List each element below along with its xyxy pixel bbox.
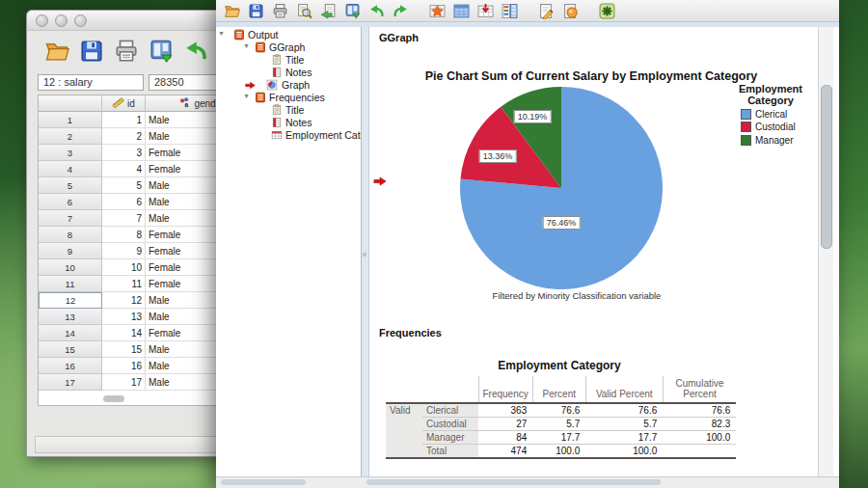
id-cell[interactable]: 13	[102, 309, 146, 325]
row-number-cell[interactable]: 17	[39, 374, 102, 391]
horizontal-scrollbar-thumb[interactable]	[103, 395, 124, 402]
id-cell[interactable]: 9	[102, 243, 146, 259]
undo-icon[interactable]	[367, 2, 385, 19]
outline-item-frequencies[interactable]: ▼Frequencies	[216, 92, 361, 104]
disclosure-triangle-icon[interactable]: ▼	[218, 30, 225, 37]
grid-corner-cell[interactable]	[39, 95, 102, 112]
id-cell[interactable]: 7	[102, 210, 146, 227]
variables-icon[interactable]	[501, 2, 518, 19]
column-header-id[interactable]: id	[102, 95, 146, 112]
table-header-row: Frequency Percent Valid Percent Cumulati…	[386, 376, 736, 403]
table-cell: 84	[478, 431, 532, 445]
row-number-cell[interactable]: 11	[39, 276, 102, 292]
legend-entry: Custodial	[724, 122, 817, 132]
outline-item-output[interactable]: ▼Output	[216, 29, 361, 41]
id-cell[interactable]: 10	[102, 259, 146, 276]
undo-icon[interactable]	[182, 39, 208, 65]
outline-item-title[interactable]: Title	[216, 104, 361, 117]
table-cell: 5.7	[585, 418, 663, 431]
svg-text:a: a	[185, 100, 189, 107]
scale-measure-icon	[112, 96, 124, 111]
table-row: Total474100.0100.0	[386, 445, 736, 459]
id-cell[interactable]: 2	[102, 128, 146, 145]
outline-pane: ▼Output▼GGraphTitleNotesGraph▼Frequencie…	[216, 27, 362, 477]
open-icon[interactable]	[223, 2, 240, 19]
id-cell[interactable]: 11	[102, 276, 146, 292]
recall-dialogs-icon[interactable]	[343, 2, 361, 19]
row-number-cell[interactable]: 8	[39, 227, 102, 243]
row-number-cell[interactable]: 12	[39, 292, 102, 309]
redo-icon[interactable]	[392, 2, 409, 19]
row-number-cell[interactable]: 9	[39, 243, 102, 259]
id-cell[interactable]: 14	[102, 325, 146, 341]
id-cell[interactable]: 6	[102, 194, 146, 210]
row-number-cell[interactable]: 7	[39, 210, 102, 227]
chart-caption: Filtered by Minority Classification vari…	[413, 290, 741, 301]
stub-header	[386, 376, 422, 403]
row-number-cell[interactable]: 10	[39, 259, 102, 276]
print-preview-icon[interactable]	[295, 2, 312, 19]
disclosure-triangle-icon[interactable]: ▼	[243, 93, 250, 99]
output-pane: GGraph Pie Chart Sum of Current Salary b…	[369, 27, 818, 477]
outline-item-title[interactable]: Title	[216, 54, 361, 67]
select-last-output-icon[interactable]	[452, 2, 470, 19]
chart-title: Pie Chart Sum of Current Salary by Emplo…	[398, 69, 784, 83]
selection-arrow-icon	[373, 175, 389, 187]
vertical-scrollbar-thumb[interactable]	[821, 85, 832, 249]
save-icon[interactable]	[78, 39, 104, 65]
cell-reference-field[interactable]: 12 : salary	[38, 74, 144, 91]
disclosure-triangle-icon[interactable]: ▼	[243, 42, 250, 49]
outline-hscroll-thumb[interactable]	[221, 479, 306, 485]
row-number-cell[interactable]: 16	[39, 358, 102, 374]
pane-splitter[interactable]	[362, 27, 369, 477]
minimize-button[interactable]	[55, 14, 68, 27]
zoom-button[interactable]	[74, 14, 87, 27]
id-cell[interactable]: 15	[102, 341, 146, 358]
row-number-cell[interactable]: 13	[39, 309, 102, 325]
insert-case-icon[interactable]	[476, 2, 494, 19]
outline-item-employment-cate[interactable]: Employment Cate	[216, 129, 361, 142]
id-cell[interactable]: 3	[102, 145, 146, 161]
row-number-cell[interactable]: 5	[39, 177, 102, 194]
close-button[interactable]	[36, 14, 48, 27]
outline-item-notes[interactable]: Notes	[216, 117, 361, 129]
id-cell[interactable]: 12	[102, 292, 146, 309]
frequency-table[interactable]: Frequency Percent Valid Percent Cumulati…	[386, 376, 736, 459]
row-number-cell[interactable]: 3	[39, 145, 102, 161]
id-cell[interactable]: 4	[102, 161, 146, 177]
row-number-cell[interactable]: 2	[39, 128, 102, 145]
id-cell[interactable]: 8	[102, 227, 146, 243]
row-number-cell[interactable]: 15	[39, 341, 102, 358]
designate-window-icon[interactable]	[561, 2, 579, 19]
pie-chart[interactable]	[455, 82, 667, 294]
row-number-cell[interactable]: 14	[39, 325, 102, 341]
export-icon[interactable]	[319, 2, 337, 19]
stub-header	[422, 376, 478, 403]
print-icon[interactable]	[113, 39, 139, 65]
use-sets-icon[interactable]	[598, 2, 615, 19]
row-number-cell[interactable]: 1	[39, 112, 102, 128]
content-hscroll-thumb[interactable]	[366, 479, 661, 485]
goto-data-icon[interactable]	[428, 2, 446, 19]
outline-item-ggraph[interactable]: ▼GGraph	[216, 41, 361, 54]
id-cell[interactable]: 1	[102, 112, 146, 128]
row-number-cell[interactable]: 4	[39, 161, 102, 177]
pie-chart-output[interactable]: Pie Chart Sum of Current Salary by Emplo…	[398, 66, 813, 340]
outline-item-notes[interactable]: Notes	[216, 67, 361, 79]
save-icon[interactable]	[247, 2, 264, 19]
edit-output-icon[interactable]	[537, 2, 555, 19]
id-cell[interactable]: 17	[102, 374, 146, 391]
open-icon[interactable]	[43, 39, 69, 65]
table-cell: 100.0	[532, 445, 585, 459]
outline-item-graph[interactable]: Graph	[216, 79, 361, 92]
id-cell[interactable]: 5	[102, 177, 146, 194]
table-cell: 100.0	[585, 445, 663, 459]
table-cell: 17.7	[532, 431, 585, 445]
row-number-cell[interactable]: 6	[39, 194, 102, 210]
vertical-scrollbar[interactable]	[818, 27, 833, 477]
recall-dialogs-icon[interactable]	[148, 39, 174, 65]
print-icon[interactable]	[271, 2, 288, 19]
horizontal-scrollbar[interactable]	[216, 476, 839, 488]
book-icon	[255, 41, 266, 55]
id-cell[interactable]: 16	[102, 358, 146, 374]
